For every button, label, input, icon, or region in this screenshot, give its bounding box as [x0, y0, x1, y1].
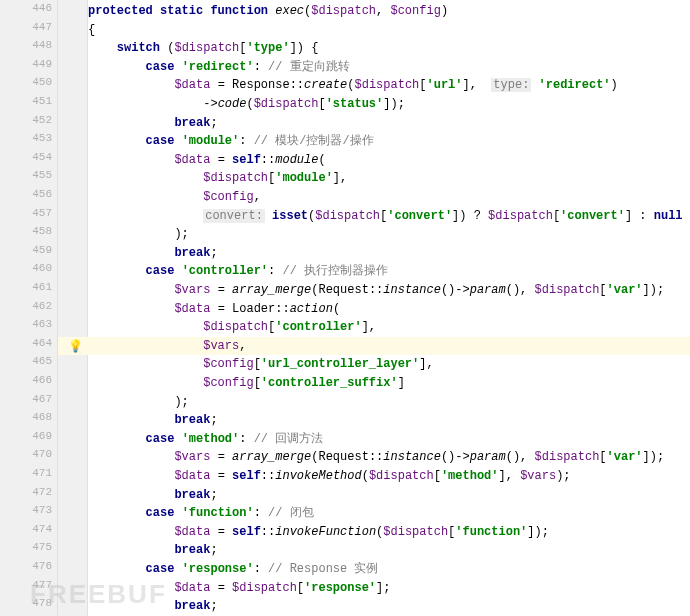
token-kw: break — [174, 246, 210, 260]
token-plain — [88, 581, 174, 595]
line-number: 462 — [0, 300, 52, 312]
token-plain: , — [376, 4, 390, 18]
code-line[interactable]: $config['controller_suffix'] — [88, 374, 405, 393]
token-var: $dispatch — [383, 525, 448, 539]
token-var: $config — [390, 4, 440, 18]
line-number: 451 — [0, 95, 52, 107]
code-line[interactable]: break; — [88, 114, 218, 133]
token-plain — [88, 543, 174, 557]
lightbulb-icon[interactable]: 💡 — [68, 339, 82, 353]
token-var: $data — [174, 302, 210, 316]
code-line[interactable]: $dispatch['controller'], — [88, 318, 376, 337]
code-line[interactable]: case 'response': // Response 实例 — [88, 560, 378, 579]
token-plain — [88, 432, 146, 446]
token-plain: : — [239, 134, 253, 148]
token-kw: case — [146, 264, 182, 278]
token-kw: case — [146, 562, 182, 576]
token-plain: ) — [441, 4, 448, 18]
token-plain: (), — [506, 283, 535, 297]
line-number: 450 — [0, 76, 52, 88]
code-line[interactable]: case 'controller': // 执行控制器操作 — [88, 262, 388, 281]
token-plain: ]) { — [290, 41, 319, 55]
code-line[interactable]: case 'module': // 模块/控制器/操作 — [88, 132, 374, 151]
code-line[interactable]: $vars, — [88, 337, 246, 356]
token-plain: (Request:: — [311, 283, 383, 297]
token-plain: [ — [254, 357, 261, 371]
code-line[interactable]: break; — [88, 597, 218, 616]
token-hint: type: — [491, 78, 531, 92]
token-kw: break — [174, 488, 210, 502]
token-var: $dispatch — [315, 209, 380, 223]
code-line[interactable]: $data = self::invokeMethod($dispatch['me… — [88, 467, 571, 486]
token-plain: ; — [210, 488, 217, 502]
editor-gutter: 4464474484494504514524534544554564574584… — [0, 0, 58, 616]
token-plain — [88, 302, 174, 316]
token-str: 'redirect' — [531, 78, 610, 92]
code-line[interactable]: ); — [88, 225, 189, 244]
token-plain — [88, 209, 203, 223]
token-com: // 模块/控制器/操作 — [254, 134, 374, 148]
token-com: // Response 实例 — [268, 562, 378, 576]
code-line[interactable]: break; — [88, 244, 218, 263]
token-plain: ]); — [383, 97, 405, 111]
token-fn: module — [275, 153, 318, 167]
line-number: 447 — [0, 21, 52, 33]
token-plain: ; — [210, 246, 217, 260]
token-str: 'controller_suffix' — [261, 376, 398, 390]
code-line[interactable]: $data = self::module( — [88, 151, 326, 170]
line-number: 463 — [0, 318, 52, 330]
code-line[interactable]: ); — [88, 393, 189, 412]
token-plain — [88, 599, 174, 613]
code-line[interactable]: { — [88, 21, 95, 40]
token-str: 'convert' — [560, 209, 625, 223]
token-kw: case — [146, 432, 182, 446]
code-line[interactable]: break; — [88, 541, 218, 560]
code-line[interactable]: $dispatch['module'], — [88, 169, 347, 188]
token-plain: ]); — [643, 283, 665, 297]
code-line[interactable]: case 'method': // 回调方法 — [88, 430, 323, 449]
token-kw: case — [146, 134, 182, 148]
token-var: $dispatch — [535, 450, 600, 464]
code-line[interactable]: $config['url_controller_layer'], — [88, 355, 434, 374]
token-plain: = — [210, 581, 232, 595]
token-plain: :: — [261, 525, 275, 539]
line-number: 473 — [0, 504, 52, 516]
token-str: 'module' — [275, 171, 333, 185]
line-number: 464 — [0, 337, 52, 349]
token-plain: ], — [333, 171, 347, 185]
token-plain: [ — [419, 78, 426, 92]
token-plain — [88, 171, 203, 185]
code-line[interactable]: convert: isset($dispatch['convert']) ? $… — [88, 207, 683, 226]
code-line[interactable]: break; — [88, 486, 218, 505]
code-line[interactable]: switch ($dispatch['type']) { — [88, 39, 318, 58]
code-line[interactable]: case 'redirect': // 重定向跳转 — [88, 58, 350, 77]
line-number: 465 — [0, 355, 52, 367]
code-line[interactable]: $data = Response::create($dispatch['url'… — [88, 76, 618, 95]
token-plain: [ — [599, 450, 606, 464]
token-str: 'response' — [304, 581, 376, 595]
code-line[interactable]: $data = self::invokeFunction($dispatch['… — [88, 523, 549, 542]
code-line[interactable]: case 'function': // 闭包 — [88, 504, 314, 523]
code-line[interactable]: break; — [88, 411, 218, 430]
code-line[interactable]: $config, — [88, 188, 261, 207]
token-kw: self — [232, 525, 261, 539]
code-line[interactable]: $data = $dispatch['response']; — [88, 579, 390, 598]
token-plain: = — [210, 450, 232, 464]
code-line[interactable]: protected static function exec($dispatch… — [88, 2, 448, 21]
code-line[interactable]: $data = Loader::action( — [88, 300, 340, 319]
token-plain: ( — [362, 469, 369, 483]
code-line[interactable]: ->code($dispatch['status']); — [88, 95, 405, 114]
token-plain: ], — [499, 469, 521, 483]
code-line[interactable]: $vars = array_merge(Request::instance()-… — [88, 448, 664, 467]
token-kw: switch — [117, 41, 167, 55]
code-line[interactable]: $vars = array_merge(Request::instance()-… — [88, 281, 664, 300]
token-var: $dispatch — [254, 97, 319, 111]
line-number: 461 — [0, 281, 52, 293]
line-number: 470 — [0, 448, 52, 460]
token-plain — [88, 246, 174, 260]
token-kw: isset — [272, 209, 308, 223]
line-number: 467 — [0, 393, 52, 405]
token-fn: invokeMethod — [275, 469, 361, 483]
token-plain: (), — [506, 450, 535, 464]
token-plain — [265, 209, 272, 223]
